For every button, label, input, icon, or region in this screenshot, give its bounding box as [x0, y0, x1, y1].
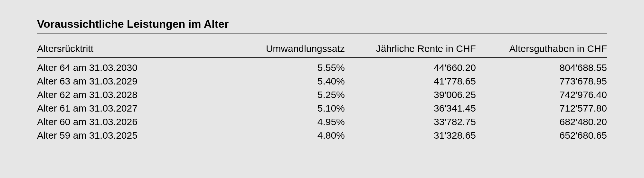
cell-annual-pension: 44'660.20: [345, 58, 476, 75]
cell-retirement-assets: 773'678.95: [476, 74, 607, 88]
table-header-row: Altersrücktritt Umwandlungssatz Jährlich…: [37, 43, 607, 58]
section-title: Voraussichtliche Leistungen im Alter: [37, 18, 607, 34]
cell-conversion-rate: 4.95%: [219, 115, 345, 129]
header-annual-pension: Jährliche Rente in CHF: [345, 43, 476, 58]
document-section: Voraussichtliche Leistungen im Alter Alt…: [37, 18, 607, 142]
cell-retirement-assets: 804'688.55: [476, 58, 607, 75]
cell-retirement: Alter 60 am 31.03.2026: [37, 115, 219, 129]
header-retirement: Altersrücktritt: [37, 43, 219, 58]
cell-retirement: Alter 63 am 31.03.2029: [37, 74, 219, 88]
cell-conversion-rate: 5.40%: [219, 74, 345, 88]
table-row: Alter 60 am 31.03.2026 4.95% 33'782.75 6…: [37, 115, 607, 129]
cell-retirement-assets: 712'577.80: [476, 102, 607, 115]
cell-retirement: Alter 64 am 31.03.2030: [37, 58, 219, 75]
cell-annual-pension: 31'328.65: [345, 129, 476, 142]
cell-retirement: Alter 59 am 31.03.2025: [37, 129, 219, 142]
cell-retirement-assets: 682'480.20: [476, 115, 607, 129]
header-retirement-assets: Altersguthaben in CHF: [476, 43, 607, 58]
table-row: Alter 63 am 31.03.2029 5.40% 41'778.65 7…: [37, 74, 607, 88]
cell-conversion-rate: 5.10%: [219, 102, 345, 115]
cell-annual-pension: 41'778.65: [345, 74, 476, 88]
cell-annual-pension: 36'341.45: [345, 102, 476, 115]
table-row: Alter 61 am 31.03.2027 5.10% 36'341.45 7…: [37, 102, 607, 115]
benefits-table: Altersrücktritt Umwandlungssatz Jährlich…: [37, 43, 607, 142]
table-row: Alter 64 am 31.03.2030 5.55% 44'660.20 8…: [37, 58, 607, 75]
cell-retirement: Alter 61 am 31.03.2027: [37, 102, 219, 115]
cell-retirement-assets: 652'680.65: [476, 129, 607, 142]
cell-conversion-rate: 5.55%: [219, 58, 345, 75]
cell-conversion-rate: 4.80%: [219, 129, 345, 142]
cell-retirement-assets: 742'976.40: [476, 88, 607, 102]
header-conversion-rate: Umwandlungssatz: [219, 43, 345, 58]
cell-annual-pension: 39'006.25: [345, 88, 476, 102]
cell-conversion-rate: 5.25%: [219, 88, 345, 102]
cell-annual-pension: 33'782.75: [345, 115, 476, 129]
table-row: Alter 59 am 31.03.2025 4.80% 31'328.65 6…: [37, 129, 607, 142]
cell-retirement: Alter 62 am 31.03.2028: [37, 88, 219, 102]
table-row: Alter 62 am 31.03.2028 5.25% 39'006.25 7…: [37, 88, 607, 102]
